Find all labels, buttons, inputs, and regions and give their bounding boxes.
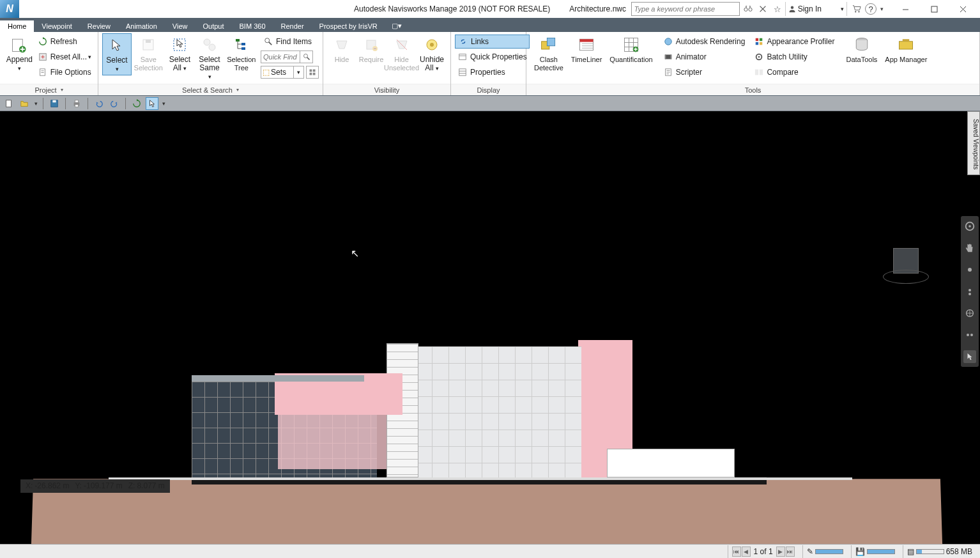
pager-first-button[interactable]: ⏮ [732, 546, 741, 557]
view-cube[interactable] [883, 245, 929, 286]
qat-open-icon[interactable] [18, 97, 31, 110]
select-all-button[interactable]: SelectAll ▾ [165, 33, 194, 74]
animator-button[interactable]: Animator [661, 50, 748, 64]
quick-find-input[interactable] [261, 50, 300, 63]
select-button[interactable]: Select▾ [102, 33, 132, 75]
links-button[interactable]: Links [455, 35, 530, 49]
pencil-icon: ✎ [807, 547, 813, 556]
sign-in-button[interactable]: Sign In ▾ [785, 2, 847, 16]
tab-view[interactable]: View [165, 20, 195, 32]
help-dropdown-icon[interactable]: ▾ [878, 2, 885, 16]
minimize-button[interactable] [891, 0, 920, 18]
coordinates-readout: X: -26.862 m Y: -109.177 m Z: 8.077 m [20, 479, 170, 493]
unhide-all-button[interactable]: UnhideAll ▾ [417, 33, 447, 74]
app-logo[interactable]: N [0, 0, 19, 18]
find-items-button[interactable]: Find Items [261, 35, 319, 49]
cart-icon[interactable] [850, 2, 863, 16]
tab-output[interactable]: Output [195, 20, 232, 32]
qat-select-icon[interactable] [146, 97, 158, 110]
require-button: Require [356, 33, 386, 65]
qat-new-icon[interactable] [3, 97, 15, 110]
select-tool-icon[interactable] [963, 350, 976, 363]
walk-tool-icon[interactable] [963, 307, 976, 320]
unhide-all-icon [422, 35, 442, 55]
reset-all-button[interactable]: Reset All...▾ [35, 50, 94, 64]
svg-rect-67 [760, 70, 763, 75]
sets-manage-button[interactable] [306, 66, 319, 79]
sets-dropdown-arrow[interactable]: ▾ [294, 66, 304, 79]
qat-refresh-icon[interactable] [130, 97, 143, 110]
app-manager-icon [896, 35, 916, 55]
quick-find-go-button[interactable] [300, 50, 313, 63]
app-manager-button[interactable]: App Manager [881, 33, 931, 65]
tab-home[interactable]: Home [0, 20, 34, 32]
tab-extra-toggle[interactable]: ▢▾ [385, 20, 408, 32]
panel-select-search-label[interactable]: Select & Search [98, 84, 323, 95]
fly-tool-icon[interactable] [963, 329, 976, 341]
svg-rect-62 [756, 42, 758, 45]
zoom-tool-icon[interactable] [963, 263, 976, 276]
selection-tree-icon [231, 35, 252, 55]
svg-rect-69 [900, 42, 913, 49]
pan-tool-icon[interactable] [963, 242, 976, 254]
svg-line-26 [307, 58, 309, 60]
quick-properties-icon [457, 52, 468, 62]
pager-prev-button[interactable]: ◀ [742, 546, 751, 557]
qat-open-dropdown[interactable]: ▾ [33, 97, 38, 110]
svg-rect-75 [75, 100, 78, 102]
maximize-button[interactable] [920, 0, 949, 18]
batch-utility-button[interactable]: Batch Utility [751, 50, 837, 64]
saved-viewpoints-tab[interactable]: Saved Viewpoints [967, 111, 980, 175]
viewport[interactable]: ↖ X: -26.862 m Y: -109.177 m Z: 8.077 m [0, 111, 980, 544]
pager-last-button[interactable]: ⏭ [786, 546, 795, 557]
star-icon[interactable]: ☆ [771, 2, 784, 16]
appearance-profiler-button[interactable]: Appearance Profiler [751, 35, 837, 49]
tab-animation[interactable]: Animation [118, 20, 165, 32]
hide-unselected-icon [392, 35, 412, 55]
tab-viewpoint[interactable]: Viewpoint [34, 20, 80, 32]
look-tool-icon[interactable] [963, 285, 976, 298]
svg-rect-39 [459, 69, 466, 76]
pager-next-button[interactable]: ▶ [776, 546, 785, 557]
qat-select-dropdown[interactable]: ▾ [161, 97, 166, 110]
tab-prospect[interactable]: Prospect by IrisVR [312, 20, 385, 32]
cursor-icon: ↖ [351, 247, 359, 260]
status-bar: ⏮ ◀ 1 of 1 ▶ ⏭ ✎ 💾 ▤ 658 MB [0, 544, 980, 558]
panel-project-label[interactable]: Project [0, 84, 98, 95]
tab-bim360[interactable]: BIM 360 [232, 20, 273, 32]
qat-redo-icon[interactable] [108, 97, 121, 110]
help-icon[interactable]: ? [865, 3, 877, 15]
datatools-button[interactable]: DataTools [842, 33, 881, 65]
svg-rect-76 [75, 104, 78, 107]
clash-detective-button[interactable]: ClashDetective [530, 33, 567, 74]
exchange-icon[interactable] [756, 2, 769, 16]
close-button[interactable] [949, 0, 977, 18]
hide-unselected-button: HideUnselected [386, 33, 417, 74]
timeliner-button[interactable]: TimeLiner [567, 33, 606, 65]
svg-rect-16 [146, 40, 151, 43]
find-items-icon [263, 36, 273, 47]
binoculars-icon[interactable] [742, 2, 754, 16]
selection-tree-button[interactable]: SelectionTree [225, 33, 258, 74]
autodesk-rendering-button[interactable]: Autodesk Rendering [661, 35, 748, 49]
append-button[interactable]: Append▾ [4, 33, 35, 74]
qat-save-icon[interactable] [48, 97, 61, 110]
compare-button: Compare [751, 65, 837, 79]
tab-review[interactable]: Review [80, 20, 118, 32]
disk-icon: 💾 [855, 547, 865, 556]
quick-properties-button[interactable]: Quick Properties [455, 50, 530, 64]
select-same-icon [199, 35, 220, 55]
scripter-button[interactable]: Scripter [661, 65, 748, 79]
search-input[interactable] [631, 2, 740, 16]
properties-button[interactable]: Properties [455, 65, 530, 79]
orbit-tool-icon[interactable] [963, 220, 976, 233]
file-options-button[interactable]: File Options [35, 65, 94, 79]
svg-rect-6 [931, 6, 937, 12]
refresh-button[interactable]: Refresh [35, 35, 94, 49]
qat-undo-icon[interactable] [93, 97, 105, 110]
qat-print-icon[interactable] [70, 97, 83, 110]
appearance-profiler-icon [754, 36, 764, 47]
sets-dropdown[interactable]: ⬚Sets [261, 66, 294, 79]
quantification-button[interactable]: Quantification [606, 33, 656, 65]
tab-render[interactable]: Render [273, 20, 312, 32]
